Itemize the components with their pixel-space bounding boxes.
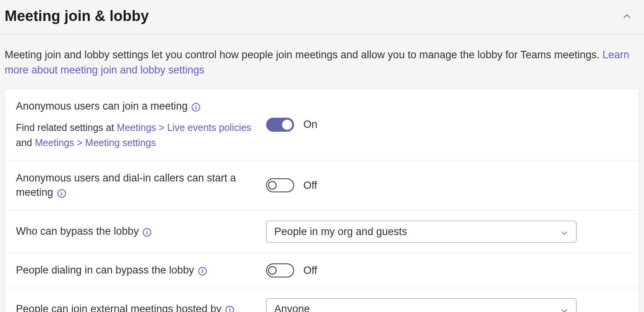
toggle-knob	[268, 181, 277, 190]
chevron-down-icon	[561, 228, 568, 235]
section-description: Meeting join and lobby settings let you …	[0, 34, 644, 89]
section-title: Meeting join & lobby	[5, 8, 149, 24]
setting-label-col: People can join external meetings hosted…	[16, 302, 266, 312]
setting-control-col: Off	[266, 178, 628, 192]
toggle-track	[266, 118, 294, 132]
setting-control-col: People in my org and guests	[266, 221, 628, 242]
description-text: Meeting join and lobby settings let you …	[5, 49, 602, 61]
setting-label: Who can bypass the lobby	[16, 225, 139, 237]
setting-row-external-hosted: People can join external meetings hosted…	[5, 288, 639, 312]
setting-row-dialin-bypass: People dialing in can bypass the lobby O…	[5, 253, 639, 288]
setting-label-col: Anonymous users and dial-in callers can …	[16, 171, 266, 200]
dropdown-value: People in my org and guests	[274, 226, 407, 238]
setting-label-col: Anonymous users can join a meeting Find …	[16, 99, 266, 150]
setting-sublabel: Find related settings at Meetings > Live…	[16, 120, 258, 150]
bypass-lobby-dropdown[interactable]: People in my org and guests	[266, 221, 576, 242]
setting-control-col: Anyone	[266, 298, 628, 312]
dialin-bypass-toggle[interactable]: Off	[266, 263, 317, 277]
toggle-track	[266, 263, 294, 277]
anonymous-join-toggle[interactable]: On	[266, 118, 317, 132]
chevron-up-icon[interactable]	[621, 11, 632, 22]
info-icon[interactable]	[225, 306, 234, 312]
toggle-knob	[282, 120, 292, 130]
setting-label: People can join external meetings hosted…	[16, 303, 222, 312]
chevron-down-icon	[561, 305, 568, 312]
setting-row-bypass-lobby: Who can bypass the lobby People in my or…	[5, 211, 639, 253]
toggle-knob	[268, 266, 277, 275]
setting-control-col: On	[266, 118, 628, 132]
meeting-settings-link[interactable]: Meetings > Meeting settings	[35, 137, 156, 148]
info-icon[interactable]	[192, 103, 200, 112]
info-icon[interactable]	[143, 228, 151, 237]
info-icon[interactable]	[57, 189, 66, 198]
anonymous-start-toggle[interactable]: Off	[266, 178, 317, 192]
setting-control-col: Off	[266, 263, 628, 277]
setting-label: Anonymous users can join a meeting	[16, 100, 188, 112]
setting-row-anonymous-start: Anonymous users and dial-in callers can …	[5, 161, 639, 211]
setting-label-col: People dialing in can bypass the lobby	[16, 263, 266, 278]
sublabel-prefix: Find related settings at	[16, 122, 117, 133]
live-events-policies-link[interactable]: Meetings > Live events policies	[117, 122, 251, 133]
section-header: Meeting join & lobby	[0, 0, 644, 34]
setting-row-anonymous-join: Anonymous users can join a meeting Find …	[5, 89, 639, 160]
toggle-state-label: On	[303, 119, 317, 131]
setting-label: Anonymous users and dial-in callers can …	[16, 172, 236, 199]
setting-label: People dialing in can bypass the lobby	[16, 264, 194, 276]
external-hosted-dropdown[interactable]: Anyone	[266, 298, 576, 312]
info-icon[interactable]	[198, 267, 207, 275]
sublabel-mid: and	[16, 137, 35, 148]
dropdown-value: Anyone	[274, 303, 310, 312]
toggle-state-label: Off	[303, 180, 317, 192]
settings-card: Anonymous users can join a meeting Find …	[5, 89, 639, 312]
toggle-state-label: Off	[303, 265, 317, 277]
setting-label-col: Who can bypass the lobby	[16, 224, 266, 239]
toggle-track	[266, 178, 294, 192]
